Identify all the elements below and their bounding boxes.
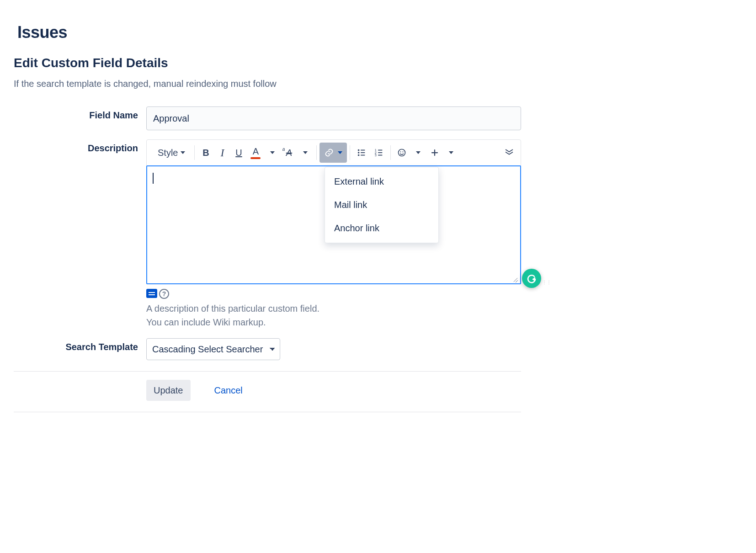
- toolbar-clearformat-more[interactable]: [297, 144, 314, 161]
- toolbar-link-button[interactable]: [319, 143, 347, 163]
- chevron-down-icon: [416, 151, 421, 154]
- link-option-external[interactable]: External link: [325, 170, 438, 193]
- editor-toolbar: Style B I U A: [146, 139, 521, 166]
- text-color-underline-icon: [250, 157, 261, 159]
- svg-rect-9: [378, 150, 383, 151]
- toolbar-style-label: Style: [158, 148, 178, 158]
- helper-line-2: You can include Wiki markup.: [146, 315, 521, 329]
- svg-point-1: [358, 152, 360, 154]
- svg-rect-4: [361, 152, 365, 153]
- page-title: Issues: [17, 23, 521, 42]
- chevron-down-icon: [181, 151, 185, 154]
- chevron-down-icon: [449, 151, 453, 154]
- emoji-icon: [397, 148, 406, 157]
- toolbar-clearformat-button[interactable]: a A: [281, 144, 297, 161]
- numbered-list-icon: 123: [374, 148, 384, 158]
- divider: [14, 371, 521, 372]
- form-actions: Update Cancel: [14, 380, 521, 401]
- svg-rect-3: [361, 150, 365, 151]
- double-chevron-up-icon: [504, 149, 514, 157]
- toolbar-bold-button[interactable]: B: [197, 144, 214, 161]
- toolbar-textcolor-button[interactable]: A: [247, 144, 264, 161]
- label-search-template: Search Template: [14, 338, 146, 352]
- toolbar-emoji-more[interactable]: [410, 144, 426, 161]
- description-helper: ? A description of this particular custo…: [146, 289, 521, 329]
- chevron-down-icon: [338, 151, 342, 154]
- chevron-down-icon: [270, 151, 275, 154]
- link-option-anchor[interactable]: Anchor link: [325, 217, 438, 240]
- divider: [14, 412, 521, 412]
- update-button[interactable]: Update: [146, 380, 191, 401]
- row-description: Description Style B I U: [14, 139, 521, 329]
- visual-mode-icon[interactable]: [146, 289, 157, 298]
- text-color-A: A: [253, 146, 259, 157]
- toolbar-collapse-button[interactable]: [500, 144, 518, 161]
- link-option-mail[interactable]: Mail link: [325, 193, 438, 217]
- svg-point-14: [403, 151, 404, 152]
- bulleted-list-icon: [357, 148, 367, 158]
- svg-point-13: [400, 151, 401, 152]
- toolbar-textcolor-more[interactable]: [264, 144, 281, 161]
- toolbar-insert-button[interactable]: [426, 144, 443, 161]
- toolbar-underline-button[interactable]: U: [230, 144, 247, 161]
- grammarly-widget[interactable]: [522, 269, 541, 288]
- resize-handle-icon[interactable]: [513, 276, 518, 282]
- toolbar-style-dropdown[interactable]: Style: [149, 144, 192, 161]
- text-cursor: [153, 173, 154, 184]
- select-search-template[interactable]: Cascading Select Searcher: [146, 338, 280, 360]
- reindex-note: If the search template is changed, manua…: [14, 79, 521, 89]
- cancel-button[interactable]: Cancel: [207, 380, 250, 401]
- chevron-down-icon: [303, 151, 308, 154]
- toolbar-italic-button[interactable]: I: [214, 144, 230, 161]
- svg-rect-11: [378, 155, 383, 156]
- svg-rect-10: [378, 152, 383, 153]
- toolbar-emoji-button[interactable]: [394, 144, 410, 161]
- label-field-name: Field Name: [14, 106, 146, 121]
- link-icon: [324, 148, 334, 158]
- svg-point-12: [399, 149, 405, 156]
- helper-line-1: A description of this particular custom …: [146, 302, 521, 315]
- section-title: Edit Custom Field Details: [14, 56, 521, 70]
- plus-icon: [431, 149, 439, 157]
- dots-icon: ⋮⋮: [542, 281, 547, 283]
- link-dropdown-menu: External link Mail link Anchor link: [325, 167, 439, 243]
- toolbar-insert-more[interactable]: [443, 144, 459, 161]
- help-icon[interactable]: ?: [159, 289, 169, 299]
- row-search-template: Search Template Cascading Select Searche…: [14, 338, 521, 360]
- grammarly-icon: [526, 273, 537, 284]
- svg-text:3: 3: [375, 153, 377, 157]
- rich-text-editor: Style B I U A: [146, 139, 521, 284]
- svg-rect-5: [361, 155, 365, 156]
- svg-point-0: [358, 149, 360, 151]
- toolbar-numbered-list-button[interactable]: 123: [370, 144, 388, 161]
- label-description: Description: [14, 139, 146, 154]
- svg-point-2: [358, 154, 360, 156]
- input-field-name[interactable]: [146, 106, 521, 130]
- toolbar-bulleted-list-button[interactable]: [353, 144, 370, 161]
- row-field-name: Field Name: [14, 106, 521, 130]
